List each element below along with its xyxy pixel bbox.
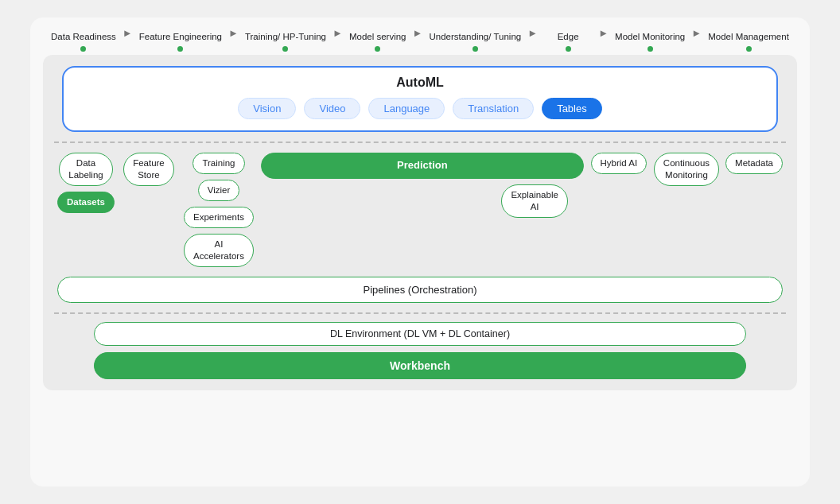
ai-accelerators-pill: AIAccelerators bbox=[184, 234, 254, 267]
step-edge: Edge bbox=[544, 31, 592, 52]
step-dot-model-management bbox=[746, 46, 752, 52]
step-dot-data-readiness bbox=[80, 46, 86, 52]
content-area: AutoML Vision Video Language Translation… bbox=[43, 55, 797, 390]
step-feature-engineering: Feature Engineering bbox=[139, 31, 222, 52]
vizier-pill: Vizier bbox=[198, 180, 240, 201]
datasets-pill: Datasets bbox=[57, 192, 115, 213]
tab-vision[interactable]: Vision bbox=[238, 98, 296, 119]
pipeline-header: Data Readiness ► Feature Engineering ► T… bbox=[43, 27, 797, 52]
step-training: Training/ HP-Tuning bbox=[245, 31, 326, 52]
middle-row: DataLabeling Datasets FeatureStore Train… bbox=[54, 153, 786, 267]
arrow-4: ► bbox=[413, 27, 423, 52]
divider-2 bbox=[54, 312, 786, 314]
step-dot-feature-engineering bbox=[177, 46, 183, 52]
pipelines-section: Pipelines (Orchestration) bbox=[54, 267, 786, 303]
diagram-container: Data Readiness ► Feature Engineering ► T… bbox=[30, 17, 810, 487]
dl-env-pill: DL Environment (DL VM + DL Container) bbox=[94, 322, 746, 346]
arrow-5: ► bbox=[527, 27, 538, 52]
step-dot-training bbox=[282, 46, 288, 52]
step-dot-understanding bbox=[472, 46, 478, 52]
col-hybrid-ai: Hybrid AI bbox=[590, 153, 648, 174]
training-pill: Training bbox=[192, 153, 244, 174]
step-data-readiness: Data Readiness bbox=[51, 31, 116, 52]
col-feature-store: FeatureStore bbox=[121, 153, 177, 186]
arrow-2: ► bbox=[228, 27, 239, 52]
step-model-monitoring: Model Monitoring bbox=[615, 31, 685, 52]
col-continuous-monitoring: ContinuousMonitoring bbox=[654, 153, 719, 186]
hybrid-ai-pill: Hybrid AI bbox=[591, 153, 648, 174]
explainable-ai-pill: ExplainableAI bbox=[501, 184, 567, 218]
step-model-serving: Model serving bbox=[349, 31, 406, 52]
arrow-6: ► bbox=[598, 27, 609, 52]
automl-box: AutoML Vision Video Language Translation… bbox=[62, 66, 778, 132]
automl-title: AutoML bbox=[80, 76, 760, 90]
col-training: Training Vizier Experiments AIAccelerato… bbox=[183, 153, 255, 267]
experiments-pill: Experiments bbox=[184, 207, 254, 228]
data-labeling-pill: DataLabeling bbox=[59, 153, 112, 186]
continuous-monitoring-pill: ContinuousMonitoring bbox=[654, 153, 719, 186]
arrow-1: ► bbox=[122, 27, 133, 52]
tab-tables[interactable]: Tables bbox=[542, 98, 602, 119]
workbench-pill: Workbench bbox=[94, 352, 746, 379]
arrow-7: ► bbox=[691, 27, 702, 52]
step-model-management: Model Management bbox=[708, 31, 789, 52]
tab-language[interactable]: Language bbox=[368, 98, 445, 119]
metadata-pill: Metadata bbox=[725, 153, 783, 174]
step-understanding: Understanding/ Tuning bbox=[429, 31, 521, 52]
tab-translation[interactable]: Translation bbox=[453, 98, 534, 119]
step-dot-model-serving bbox=[375, 46, 380, 52]
tab-video[interactable]: Video bbox=[304, 98, 360, 119]
feature-store-pill: FeatureStore bbox=[123, 153, 174, 186]
arrow-3: ► bbox=[332, 27, 343, 52]
bottom-section: DL Environment (DL VM + DL Container) Wo… bbox=[54, 322, 786, 379]
automl-tabs: Vision Video Language Translation Tables bbox=[80, 98, 760, 119]
pipelines-pill: Pipelines (Orchestration) bbox=[57, 277, 783, 303]
col-prediction: Prediction ExplainableAI bbox=[261, 153, 584, 218]
col-metadata: Metadata bbox=[725, 153, 783, 174]
divider-1 bbox=[54, 142, 786, 143]
step-dot-model-monitoring bbox=[648, 46, 653, 52]
prediction-pill: Prediction bbox=[261, 153, 584, 179]
step-dot-edge bbox=[566, 46, 571, 52]
col-data-labeling: DataLabeling Datasets bbox=[57, 153, 115, 213]
